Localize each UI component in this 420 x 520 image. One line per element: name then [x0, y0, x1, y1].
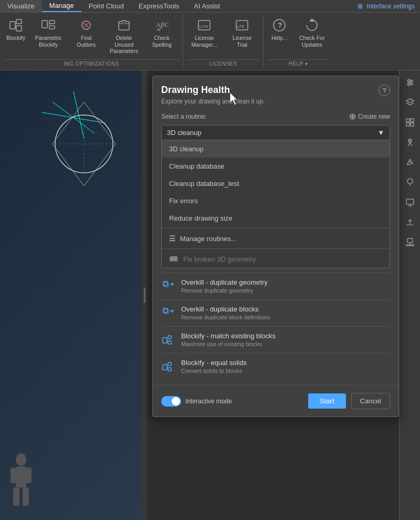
ribbon-btn-license-manager[interactable]: LITE License Manager...	[186, 15, 222, 50]
select-routine-row: Select a routine: ⊕ Create new	[153, 109, 398, 123]
dialog-footer: Interactive mode Start Cancel	[153, 385, 398, 417]
blockify-icon	[7, 17, 24, 34]
ribbon-btn-license-trial[interactable]: LITE License Trial	[224, 15, 260, 50]
ribbon-btn-blockify[interactable]: Blockify	[3, 15, 28, 44]
dropdown-item-cleanup-db[interactable]: Cleanup database	[162, 158, 390, 175]
check-updates-icon	[303, 17, 320, 34]
ribbon-toolbar: Blockify Parametric Blockify Find Outlie…	[0, 13, 420, 70]
routine-overkill-blocks-info: Overkill - duplicate blocks Remove dupli…	[181, 305, 270, 320]
check-spelling-icon: ABC	[153, 17, 170, 34]
dropdown-item-3d-cleanup[interactable]: 3D cleanup	[162, 140, 390, 158]
cancel-button[interactable]: Cancel	[351, 393, 390, 409]
book-icon: 📖	[169, 255, 178, 263]
main-area: Drawing Health Explore your drawing and …	[0, 70, 420, 520]
license-trial-label: License Trial	[227, 35, 257, 48]
ribbon-group-help: ? Help... Check For Updates HELP ▾	[264, 15, 333, 68]
ribbon-btn-check-updates[interactable]: Check For Updates	[294, 15, 330, 50]
svg-rect-27	[16, 466, 26, 487]
parametric-blockify-icon	[40, 17, 57, 34]
nav-tab-aiassist[interactable]: AI Assist	[186, 0, 227, 12]
svg-rect-44	[163, 365, 167, 370]
dropdown-divider-2	[162, 248, 390, 249]
sidebar-btn-balloon[interactable]	[402, 174, 418, 190]
dialog-subtitle: Explore your drawing and clean it up.	[161, 98, 265, 105]
sidebar-btn-sliders[interactable]	[402, 75, 418, 90]
nav-tab-manage[interactable]: Manage	[42, 0, 81, 12]
routine-overkill-geometry-info: Overkill - duplicate geometry Remove dup…	[181, 278, 268, 294]
parametric-blockify-label: Parametric Blockify	[34, 35, 63, 48]
svg-rect-2	[16, 19, 22, 24]
dropdown-divider-1	[162, 228, 390, 228]
interactive-mode-toggle-container: Interactive mode	[161, 396, 303, 407]
dropdown-menu: 3D cleanup Cleanup database Cleanup data…	[161, 140, 390, 268]
svg-point-53	[410, 81, 412, 84]
svg-point-54	[408, 84, 410, 86]
ribbon-group-licenses: LITE License Manager... LITE License Tri…	[183, 15, 264, 68]
ribbon-btn-help[interactable]: ? Help...	[267, 15, 292, 44]
manage-routines-icon: ☰	[169, 234, 176, 243]
license-trial-icon: LITE	[234, 17, 250, 34]
dropdown-item-cleanup-db-test[interactable]: Cleanup database_test	[162, 175, 390, 192]
svg-rect-56	[411, 119, 414, 122]
svg-rect-37	[164, 309, 169, 314]
dropdown-item-manage-routines[interactable]: ☰ Manage routines...	[162, 230, 390, 247]
nav-tab-pointcloud[interactable]: Point Cloud	[81, 0, 131, 12]
ribbon-btn-check-spelling[interactable]: ABC Check Spelling	[144, 15, 180, 50]
drawing-canvas	[10, 81, 136, 212]
create-new-button[interactable]: ⊕ Create new	[349, 112, 390, 121]
sidebar-btn-grid[interactable]	[402, 115, 418, 130]
dropdown-item-fix-errors[interactable]: Fix errors	[162, 192, 390, 210]
dropdown-selected[interactable]: 3D cleanup ▼	[161, 125, 390, 140]
interactive-mode-label: Interactive mode	[185, 398, 232, 405]
svg-point-61	[407, 179, 413, 184]
dialog-overlay: Drawing Health Explore your drawing and …	[147, 70, 399, 520]
svg-rect-32	[163, 282, 167, 286]
svg-text:ABC: ABC	[156, 21, 169, 28]
top-navigation: Visualize Manage Point Cloud ExpressTool…	[0, 0, 420, 13]
routine-title: Overkill - duplicate geometry	[181, 278, 268, 286]
sidebar-btn-pin[interactable]	[402, 134, 418, 150]
drawing-health-dialog: Drawing Health Explore your drawing and …	[152, 76, 399, 417]
ribbon-btn-parametric-blockify[interactable]: Parametric Blockify	[30, 15, 66, 50]
sidebar-btn-palette[interactable]	[402, 154, 418, 170]
interactive-mode-toggle[interactable]	[161, 396, 181, 407]
routine-blockify-match-info: Blockify - match existing blocks Maximiz…	[181, 332, 276, 347]
routine-dropdown[interactable]: 3D cleanup ▼ 3D cleanup Cleanup database…	[161, 125, 390, 268]
interface-settings-button[interactable]: Interface settings	[356, 0, 420, 12]
start-button[interactable]: Start	[308, 393, 345, 409]
sidebar-btn-upload[interactable]	[402, 214, 418, 230]
svg-point-60	[409, 160, 411, 162]
routine-item-overkill-geometry: Overkill - duplicate geometry Remove dup…	[161, 273, 390, 299]
dropdown-item-label: Fix errors	[169, 197, 198, 205]
ribbon-btn-delete-unused[interactable]: Delete Unused Parameters	[106, 15, 142, 57]
routine-desc: Maximize use of existing blocks	[181, 341, 276, 347]
routine-blockify-solids-info: Blockify - equal solids Convert solids t…	[181, 359, 247, 374]
ribbon-section-label-optimizations: ING OPTIMIZATIONS	[3, 59, 180, 68]
svg-rect-42	[168, 341, 171, 344]
svg-rect-45	[168, 362, 171, 366]
routine-list: Overkill - duplicate geometry Remove dup…	[153, 268, 398, 380]
svg-point-26	[16, 453, 26, 466]
dialog-help-button[interactable]: ?	[379, 85, 390, 96]
nav-tab-expresstools[interactable]: ExpressTools	[131, 0, 186, 12]
interface-settings-label: Interface settings	[367, 3, 415, 10]
svg-rect-46	[168, 368, 171, 371]
sidebar-btn-stamp[interactable]	[402, 234, 418, 250]
dropdown-selected-text: 3D cleanup	[167, 129, 202, 137]
license-manager-icon: LITE	[196, 17, 213, 34]
sidebar-btn-layers[interactable]	[402, 95, 418, 110]
routine-desc: Remove duplicate geometry	[181, 287, 268, 294]
dropdown-item-label: 3D cleanup	[169, 145, 204, 153]
dropdown-item-reduce-size[interactable]: Reduce drawing size	[162, 210, 390, 227]
dropdown-item-label: Cleanup database	[169, 162, 225, 170]
routine-desc: Remove duplicate block definitions	[181, 314, 270, 320]
nav-tab-visualize[interactable]: Visualize	[0, 0, 42, 12]
svg-rect-4	[42, 20, 47, 28]
panel-resize-handle[interactable]	[142, 70, 147, 520]
select-routine-label: Select a routine:	[161, 113, 207, 120]
sidebar-btn-monitor[interactable]	[402, 194, 418, 210]
svg-rect-6	[49, 26, 55, 29]
svg-rect-66	[407, 238, 413, 243]
ribbon-btn-find-outliers[interactable]: Find Outliers	[68, 15, 104, 50]
dialog-title: Drawing Health	[161, 85, 265, 96]
